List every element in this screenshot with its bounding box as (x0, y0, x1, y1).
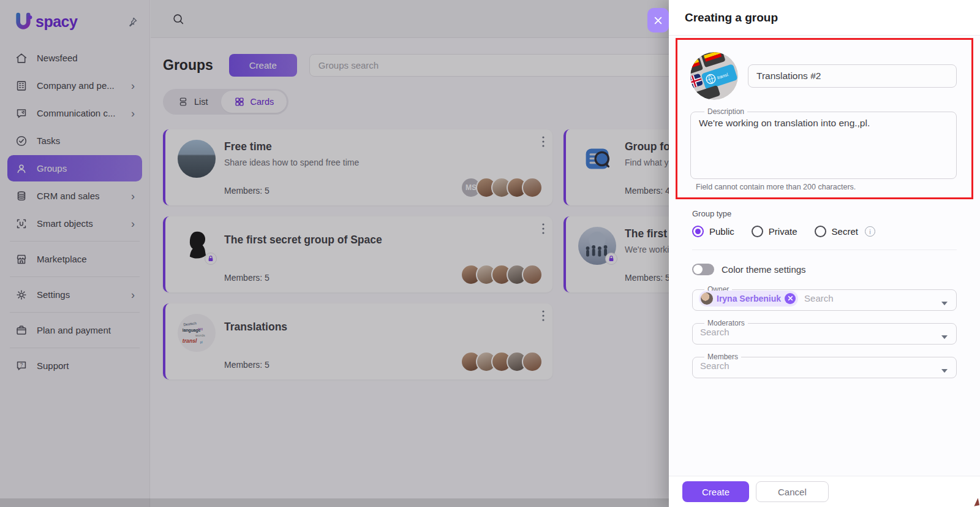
remove-owner-icon[interactable] (785, 293, 796, 304)
close-icon (654, 16, 663, 25)
radio-label: Private (769, 226, 797, 237)
create-group-drawer: Creating a group (669, 0, 980, 507)
owner-search-input[interactable] (804, 293, 935, 303)
drawer-body: transl. Description We're working on tra… (669, 36, 980, 476)
moderators-search-input[interactable] (700, 327, 935, 337)
chevron-down-icon[interactable] (941, 369, 948, 373)
moderators-field: Moderators (692, 319, 957, 345)
owner-field: Owner Iryna Serbeniuk (692, 285, 957, 311)
owner-chip: Iryna Serbeniuk (699, 291, 798, 307)
chevron-down-icon[interactable] (941, 335, 948, 339)
color-theme-label: Color theme settings (722, 264, 806, 275)
radio-selected-icon (692, 226, 704, 237)
modal-overlay[interactable] (0, 0, 669, 507)
members-label: Members (704, 353, 741, 361)
radio-label: Public (709, 226, 734, 237)
description-label: Description (704, 107, 747, 116)
radio-label: Secret (832, 226, 858, 237)
description-helper-text: Field cannot contain more than 200 chara… (696, 183, 957, 191)
highlight-annotation: transl. Description We're working on tra… (676, 38, 973, 199)
description-field: Description We're working on translation… (690, 107, 957, 179)
drawer-cancel-button[interactable]: Cancel (756, 481, 829, 502)
group-image-avatar[interactable]: transl. (690, 52, 738, 100)
bottom-shade (0, 498, 669, 507)
radio-icon (815, 226, 826, 237)
info-icon[interactable] (865, 226, 875, 237)
members-field: Members (692, 353, 957, 378)
divider (692, 250, 957, 250)
group-type-options: Public Private Secret (692, 226, 957, 237)
drawer-create-button[interactable]: Create (682, 481, 749, 502)
members-search-input[interactable] (700, 360, 935, 371)
drawer-title: Creating a group (669, 0, 980, 36)
drawer-footer: Create Cancel (669, 476, 980, 507)
group-name-input[interactable] (748, 64, 957, 88)
color-theme-row: Color theme settings (692, 264, 957, 275)
chevron-down-icon[interactable] (941, 302, 948, 305)
radio-icon (752, 226, 763, 237)
radio-public[interactable]: Public (692, 226, 734, 237)
moderators-label: Moderators (704, 319, 748, 327)
owner-avatar (701, 292, 713, 305)
close-drawer-button[interactable] (647, 8, 669, 32)
radio-private[interactable]: Private (752, 226, 797, 237)
app-root: spacy Newsfeed Company and pe... › Commu… (0, 0, 980, 507)
owner-name: Iryna Serbeniuk (717, 294, 781, 303)
radio-secret[interactable]: Secret (815, 226, 875, 237)
group-type-label: Group type (692, 209, 957, 218)
description-textarea[interactable]: We're working on translation into eng.,p… (699, 117, 948, 171)
color-theme-switch[interactable] (692, 264, 714, 275)
